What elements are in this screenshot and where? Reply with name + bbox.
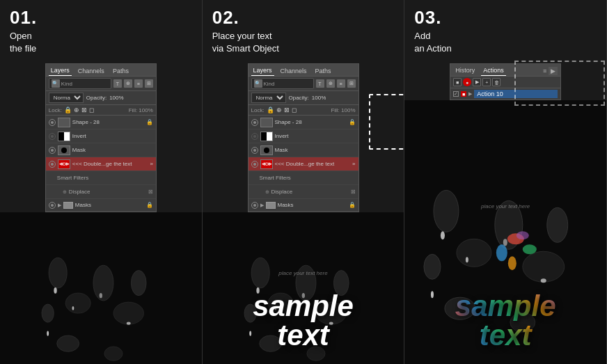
fill-label-2: Fill: 100% — [331, 107, 355, 113]
filter-icon-3[interactable]: ≡ — [134, 79, 143, 88]
tab-history-3[interactable]: History — [453, 65, 477, 76]
layer-text-1[interactable]: ≪≫ <<< Double...ge the text » — [46, 157, 156, 171]
kind-label-1: Kind — [61, 81, 72, 87]
eye-icon-mask-1[interactable] — [49, 147, 56, 154]
blend-mode-select-1[interactable]: Normal — [49, 93, 84, 103]
filter-icon-8[interactable]: ⊞ — [347, 79, 356, 88]
splash-bg-3: place your text here sample text — [404, 100, 606, 364]
svg-point-0 — [49, 258, 67, 289]
layer-shape-2[interactable]: Shape - 28 🔒 — [249, 116, 358, 129]
svg-point-4 — [113, 302, 144, 324]
filter-icon-2[interactable]: ⊕ — [124, 79, 132, 88]
eye-icon-shape-2[interactable] — [251, 119, 258, 126]
kind-label-2: Kind — [264, 81, 275, 87]
eye-icon-group-1[interactable] — [49, 202, 56, 209]
svg-point-22 — [274, 306, 276, 310]
record-icon-3[interactable]: ● — [463, 78, 471, 86]
eye-icon-mask-2[interactable] — [251, 147, 258, 154]
svg-point-34 — [441, 232, 445, 240]
panel-tabs-1: Layers Channels Paths — [46, 64, 156, 77]
svg-point-23 — [301, 293, 304, 298]
layer-mask-2[interactable]: Mask — [249, 143, 358, 157]
layer-masks-group-2[interactable]: ▶ Masks 🔒 — [249, 199, 358, 212]
panel-menu-icon-3[interactable]: ≡ — [543, 68, 546, 74]
brush-icon-2: ⊕ — [276, 106, 282, 113]
displace-icon-1: ⊕ — [63, 189, 67, 195]
artboard-icon-2: ◻ — [292, 106, 297, 113]
action-color-check-3: ■ — [461, 91, 466, 97]
blend-mode-select-2[interactable]: Normal — [251, 93, 286, 103]
eye-icon-invert-1[interactable] — [49, 133, 56, 140]
step-2-panel: Layers Channels Paths 🔍 Kind T ⊕ ≡ ⊞ Nor… — [203, 59, 404, 212]
layer-shape-1[interactable]: Shape - 28 🔒 — [46, 116, 156, 129]
step-3-number: 03. — [414, 7, 597, 29]
group-arrow-2: ▶ — [260, 203, 264, 208]
fill-label-1: Fill: 100% — [129, 107, 153, 113]
layer-name-displace-1: Displace — [69, 189, 146, 195]
stop-icon-3[interactable]: ■ — [453, 78, 462, 86]
lock-icon-group-2: 🔒 — [349, 202, 356, 208]
layers-panel-2: Layers Channels Paths 🔍 Kind T ⊕ ≡ ⊞ Nor… — [248, 63, 359, 212]
layer-invert-2[interactable]: Invert — [249, 129, 358, 143]
panel-tabs-2: Layers Channels Paths — [249, 64, 358, 77]
layer-displace-2[interactable]: ⊕ Displace ⊠ — [249, 185, 358, 199]
displace-chain-1: ⊠ — [148, 189, 153, 195]
action-arrow-3: ▶ — [468, 91, 472, 97]
step-3: 03. Add an Action History Actions ≡ ▶ ■ … — [404, 0, 607, 364]
filter-icon-6[interactable]: ⊕ — [326, 79, 335, 88]
tab-paths-2[interactable]: Paths — [313, 66, 333, 76]
tab-paths-1[interactable]: Paths — [111, 66, 131, 76]
close-btn-3[interactable]: ▶ — [549, 67, 558, 75]
layer-smartfilters-2[interactable]: Smart Filters — [249, 171, 358, 185]
svg-point-36 — [503, 239, 507, 246]
lock-row-1: Lock: 🔒 ⊕ ⊠ ◻ Fill: 100% — [46, 105, 156, 116]
layer-text-2[interactable]: ≪≫ <<< Double...ge the text » — [249, 157, 358, 171]
eye-icon-text-2[interactable] — [251, 161, 258, 168]
step-1: 01. Open the file Layers Channels Paths … — [0, 0, 203, 364]
lock-icon-shape-1: 🔒 — [146, 119, 153, 125]
layer-name-mask-1: Mask — [72, 147, 153, 153]
eye-icon-invert-2[interactable] — [251, 133, 258, 140]
step-2-header: 02. Place your text via Smart Object — [203, 0, 404, 59]
svg-point-31 — [547, 208, 568, 243]
search-icon-1: 🔍 — [52, 79, 60, 88]
layer-displace-1[interactable]: ⊕ Displace ⊠ — [46, 185, 156, 199]
lock-label-2: Lock: — [251, 107, 265, 113]
tab-actions-3[interactable]: Actions — [481, 65, 506, 76]
tab-layers-1[interactable]: Layers — [49, 65, 72, 76]
action-check-3: ✓ — [453, 91, 459, 97]
layers-panel-1: Layers Channels Paths 🔍 Kind T ⊕ ≡ ⊞ Nor… — [45, 63, 157, 212]
new-icon-3[interactable]: + — [482, 78, 491, 86]
splash-bg-1 — [0, 212, 202, 364]
filter-icon-1[interactable]: T — [113, 79, 122, 88]
layer-smartfilters-1[interactable]: Smart Filters — [46, 171, 156, 185]
play-icon-3[interactable]: ▶ — [473, 78, 481, 86]
layer-name-shape-2: Shape - 28 — [275, 119, 347, 125]
eye-icon-group-2[interactable] — [251, 202, 258, 209]
lock-icon-2: 🔒 — [267, 106, 274, 113]
layer-search-2[interactable]: 🔍 Kind — [251, 78, 314, 89]
actions-tabs-3: History Actions ≡ ▶ — [450, 64, 560, 77]
search-icon-2: 🔍 — [254, 79, 262, 88]
action-item-3[interactable]: ✓ ■ ▶ Action 10 — [450, 88, 560, 100]
layer-masks-group-1[interactable]: ▶ Masks 🔒 — [46, 199, 156, 212]
filter-icon-7[interactable]: ≡ — [337, 79, 345, 88]
layer-search-1[interactable]: 🔍 Kind — [49, 78, 111, 89]
svg-point-27 — [457, 239, 491, 267]
eye-icon-shape-1[interactable] — [49, 119, 56, 126]
watermark-2: place your text here — [278, 270, 327, 276]
delete-icon-3[interactable]: 🗑 — [492, 78, 500, 86]
tab-channels-2[interactable]: Channels — [278, 66, 309, 76]
tab-layers-2[interactable]: Layers — [251, 65, 274, 76]
layer-mask-1[interactable]: Mask — [46, 143, 156, 157]
eye-icon-text-1[interactable] — [49, 161, 56, 168]
filter-icon-4[interactable]: ⊞ — [145, 79, 153, 88]
layer-invert-1[interactable]: Invert — [46, 129, 156, 143]
group-arrow-1: ▶ — [58, 203, 61, 208]
step-3-label: Add an Action — [414, 30, 597, 55]
thumb-invert-2 — [260, 132, 273, 141]
arrow-icon-text-2: » — [352, 161, 355, 167]
tab-channels-1[interactable]: Channels — [76, 66, 107, 76]
filter-icon-5[interactable]: T — [316, 79, 324, 88]
svg-point-19 — [259, 335, 281, 351]
